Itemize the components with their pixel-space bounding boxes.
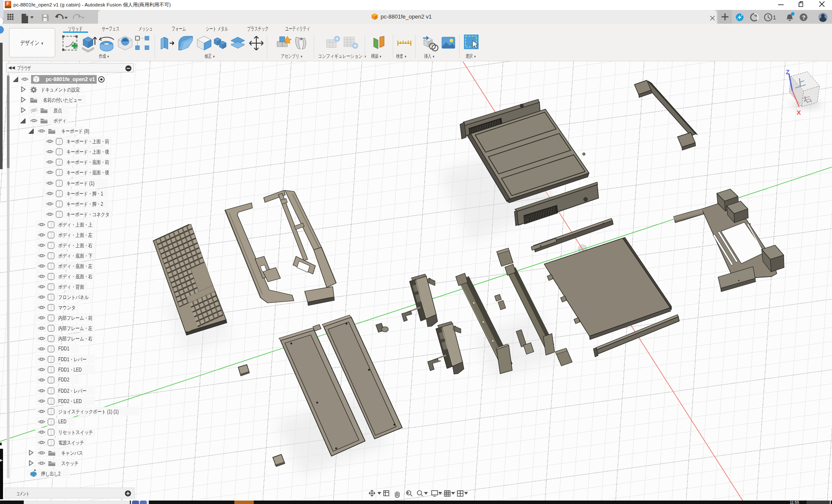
svg-text:1: 1 [773, 14, 776, 21]
svg-text:Z: Z [786, 69, 790, 76]
svg-text:X: X [797, 109, 801, 116]
svg-text:?: ? [802, 14, 806, 21]
